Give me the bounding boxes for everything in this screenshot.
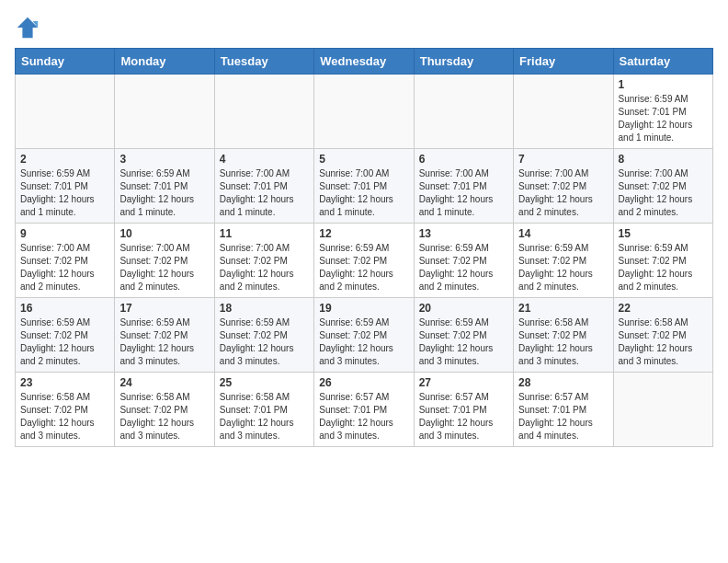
day-info: Sunrise: 6:59 AM Sunset: 7:02 PM Dayligh…	[619, 242, 708, 293]
calendar-cell: 1Sunrise: 6:59 AM Sunset: 7:01 PM Daylig…	[613, 75, 712, 149]
calendar-cell: 20Sunrise: 6:59 AM Sunset: 7:02 PM Dayli…	[414, 298, 513, 373]
calendar-cell: 17Sunrise: 6:59 AM Sunset: 7:02 PM Dayli…	[115, 298, 214, 373]
day-number: 12	[319, 227, 408, 240]
day-number: 10	[119, 227, 209, 240]
svg-marker-0	[17, 17, 38, 38]
day-header-saturday: Saturday	[613, 49, 712, 75]
calendar-week-0: 1Sunrise: 6:59 AM Sunset: 7:01 PM Daylig…	[16, 75, 713, 149]
calendar-cell: 13Sunrise: 6:59 AM Sunset: 7:02 PM Dayli…	[414, 224, 513, 298]
calendar-cell	[214, 75, 313, 149]
day-number: 7	[518, 153, 608, 166]
page-header	[15, 15, 713, 40]
day-info: Sunrise: 6:58 AM Sunset: 7:01 PM Dayligh…	[220, 391, 309, 442]
calendar-cell: 27Sunrise: 6:57 AM Sunset: 7:01 PM Dayli…	[414, 373, 513, 447]
day-info: Sunrise: 6:58 AM Sunset: 7:02 PM Dayligh…	[518, 316, 608, 368]
day-info: Sunrise: 6:59 AM Sunset: 7:02 PM Dayligh…	[419, 242, 508, 293]
calendar-week-4: 23Sunrise: 6:58 AM Sunset: 7:02 PM Dayli…	[16, 373, 713, 447]
day-number: 23	[20, 376, 109, 389]
day-info: Sunrise: 6:59 AM Sunset: 7:02 PM Dayligh…	[119, 316, 209, 368]
day-info: Sunrise: 6:59 AM Sunset: 7:01 PM Dayligh…	[20, 167, 109, 219]
calendar-cell: 6Sunrise: 7:00 AM Sunset: 7:01 PM Daylig…	[414, 149, 513, 224]
calendar-week-2: 9Sunrise: 7:00 AM Sunset: 7:02 PM Daylig…	[16, 224, 713, 298]
day-number: 9	[20, 227, 109, 240]
day-number: 2	[20, 153, 109, 166]
calendar-header-row: SundayMondayTuesdayWednesdayThursdayFrid…	[16, 49, 713, 75]
calendar-cell: 23Sunrise: 6:58 AM Sunset: 7:02 PM Dayli…	[16, 373, 115, 447]
day-info: Sunrise: 6:59 AM Sunset: 7:02 PM Dayligh…	[518, 242, 608, 293]
calendar-cell: 4Sunrise: 7:00 AM Sunset: 7:01 PM Daylig…	[214, 149, 313, 224]
logo	[15, 15, 44, 40]
day-number: 3	[119, 153, 209, 166]
day-number: 16	[20, 302, 109, 315]
calendar-cell: 25Sunrise: 6:58 AM Sunset: 7:01 PM Dayli…	[214, 373, 313, 447]
day-info: Sunrise: 6:59 AM Sunset: 7:01 PM Dayligh…	[119, 167, 209, 219]
day-number: 15	[619, 227, 708, 240]
day-number: 24	[119, 376, 209, 389]
day-info: Sunrise: 6:59 AM Sunset: 7:02 PM Dayligh…	[20, 316, 109, 368]
calendar-cell	[314, 75, 414, 149]
day-info: Sunrise: 7:00 AM Sunset: 7:02 PM Dayligh…	[220, 242, 309, 293]
calendar-cell: 9Sunrise: 7:00 AM Sunset: 7:02 PM Daylig…	[16, 224, 115, 298]
calendar-week-3: 16Sunrise: 6:59 AM Sunset: 7:02 PM Dayli…	[16, 298, 713, 373]
day-header-sunday: Sunday	[16, 49, 115, 75]
day-number: 17	[119, 302, 209, 315]
day-number: 5	[319, 153, 408, 166]
day-header-monday: Monday	[115, 49, 214, 75]
calendar-cell: 10Sunrise: 7:00 AM Sunset: 7:02 PM Dayli…	[115, 224, 214, 298]
day-number: 1	[619, 78, 708, 91]
day-number: 28	[518, 376, 608, 389]
calendar-cell: 28Sunrise: 6:57 AM Sunset: 7:01 PM Dayli…	[514, 373, 613, 447]
calendar-cell	[613, 373, 712, 447]
calendar-cell: 26Sunrise: 6:57 AM Sunset: 7:01 PM Dayli…	[314, 373, 414, 447]
calendar-table: SundayMondayTuesdayWednesdayThursdayFrid…	[15, 48, 713, 447]
day-info: Sunrise: 6:57 AM Sunset: 7:01 PM Dayligh…	[518, 391, 608, 442]
day-number: 22	[619, 302, 708, 315]
calendar-cell: 12Sunrise: 6:59 AM Sunset: 7:02 PM Dayli…	[314, 224, 414, 298]
logo-icon	[15, 15, 40, 40]
calendar-cell: 8Sunrise: 7:00 AM Sunset: 7:02 PM Daylig…	[613, 149, 712, 224]
day-header-thursday: Thursday	[414, 49, 513, 75]
day-info: Sunrise: 7:00 AM Sunset: 7:02 PM Dayligh…	[119, 242, 209, 293]
day-number: 18	[220, 302, 309, 315]
day-info: Sunrise: 6:58 AM Sunset: 7:02 PM Dayligh…	[619, 316, 708, 368]
day-info: Sunrise: 7:00 AM Sunset: 7:02 PM Dayligh…	[518, 167, 608, 219]
day-info: Sunrise: 7:00 AM Sunset: 7:01 PM Dayligh…	[419, 167, 508, 219]
day-number: 14	[518, 227, 608, 240]
calendar-cell: 14Sunrise: 6:59 AM Sunset: 7:02 PM Dayli…	[514, 224, 613, 298]
day-number: 4	[220, 153, 309, 166]
day-number: 19	[319, 302, 408, 315]
day-number: 27	[419, 376, 508, 389]
calendar-cell: 2Sunrise: 6:59 AM Sunset: 7:01 PM Daylig…	[16, 149, 115, 224]
calendar-cell: 7Sunrise: 7:00 AM Sunset: 7:02 PM Daylig…	[514, 149, 613, 224]
day-info: Sunrise: 6:57 AM Sunset: 7:01 PM Dayligh…	[419, 391, 508, 442]
day-number: 21	[518, 302, 608, 315]
day-info: Sunrise: 6:59 AM Sunset: 7:02 PM Dayligh…	[319, 242, 408, 293]
calendar-cell	[514, 75, 613, 149]
calendar-cell: 21Sunrise: 6:58 AM Sunset: 7:02 PM Dayli…	[514, 298, 613, 373]
calendar-cell	[115, 75, 214, 149]
day-info: Sunrise: 6:57 AM Sunset: 7:01 PM Dayligh…	[319, 391, 408, 442]
calendar-cell	[16, 75, 115, 149]
day-header-tuesday: Tuesday	[214, 49, 313, 75]
calendar-cell: 16Sunrise: 6:59 AM Sunset: 7:02 PM Dayli…	[16, 298, 115, 373]
day-info: Sunrise: 7:00 AM Sunset: 7:02 PM Dayligh…	[619, 167, 708, 219]
day-number: 13	[419, 227, 508, 240]
calendar-cell: 19Sunrise: 6:59 AM Sunset: 7:02 PM Dayli…	[314, 298, 414, 373]
day-info: Sunrise: 6:58 AM Sunset: 7:02 PM Dayligh…	[20, 391, 109, 442]
day-number: 26	[319, 376, 408, 389]
day-number: 8	[619, 153, 708, 166]
day-info: Sunrise: 6:59 AM Sunset: 7:02 PM Dayligh…	[419, 316, 508, 368]
day-number: 6	[419, 153, 508, 166]
calendar-cell: 15Sunrise: 6:59 AM Sunset: 7:02 PM Dayli…	[613, 224, 712, 298]
calendar-cell: 22Sunrise: 6:58 AM Sunset: 7:02 PM Dayli…	[613, 298, 712, 373]
calendar-cell: 5Sunrise: 7:00 AM Sunset: 7:01 PM Daylig…	[314, 149, 414, 224]
day-number: 25	[220, 376, 309, 389]
calendar-cell: 3Sunrise: 6:59 AM Sunset: 7:01 PM Daylig…	[115, 149, 214, 224]
day-info: Sunrise: 6:59 AM Sunset: 7:02 PM Dayligh…	[319, 316, 408, 368]
day-number: 11	[220, 227, 309, 240]
day-info: Sunrise: 6:58 AM Sunset: 7:02 PM Dayligh…	[119, 391, 209, 442]
day-info: Sunrise: 7:00 AM Sunset: 7:01 PM Dayligh…	[319, 167, 408, 219]
day-header-friday: Friday	[514, 49, 613, 75]
day-info: Sunrise: 6:59 AM Sunset: 7:02 PM Dayligh…	[220, 316, 309, 368]
day-number: 20	[419, 302, 508, 315]
